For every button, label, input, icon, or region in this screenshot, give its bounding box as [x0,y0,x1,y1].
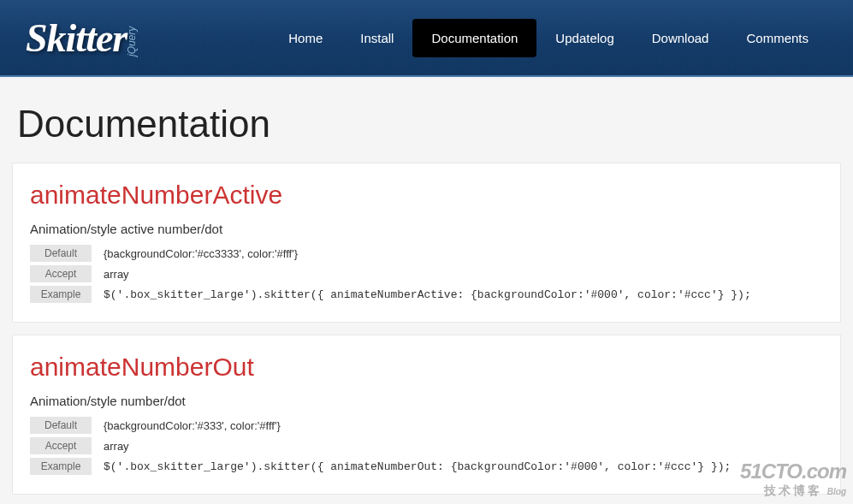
doc-row-accept: Accept array [30,265,823,282]
value-default: {backgroundColor:'#333', color:'#fff'} [104,419,281,432]
doc-row-default: Default {backgroundColor:'#333', color:'… [30,417,823,434]
doc-section: animateNumberOut Animation/style number/… [12,335,841,495]
header: Skitter jQuery Home Install Documentatio… [0,0,853,77]
value-default: {backgroundColor:'#cc3333', color:'#fff'… [104,247,298,260]
nav-comments[interactable]: Comments [727,19,827,57]
page-title: Documentation [0,77,853,163]
label-default: Default [30,417,92,434]
nav-install[interactable]: Install [341,19,412,57]
logo-subtitle: jQuery [126,27,138,56]
main-nav: Home Install Documentation Updatelog Dow… [270,19,827,57]
doc-option-title: animateNumberActive [30,181,823,210]
value-example: $('.box_skitter_large').skitter({ animat… [104,288,751,301]
doc-description: Animation/style number/dot [30,394,823,408]
logo[interactable]: Skitter [26,15,127,61]
doc-option-title: animateNumberOut [30,353,823,382]
doc-row-example: Example $('.box_skitter_large').skitter(… [30,458,823,475]
label-example: Example [30,286,92,303]
value-accept: array [104,268,129,281]
label-accept: Accept [30,437,92,454]
label-example: Example [30,458,92,475]
label-default: Default [30,245,92,262]
value-example: $('.box_skitter_large').skitter({ animat… [104,460,731,473]
nav-home[interactable]: Home [270,19,341,57]
doc-row-example: Example $('.box_skitter_large').skitter(… [30,286,823,303]
label-accept: Accept [30,265,92,282]
nav-updatelog[interactable]: Updatelog [536,19,632,57]
nav-documentation[interactable]: Documentation [412,19,536,57]
doc-row-accept: Accept array [30,437,823,454]
value-accept: array [104,440,129,453]
doc-description: Animation/style active number/dot [30,222,823,236]
doc-row-default: Default {backgroundColor:'#cc3333', colo… [30,245,823,262]
doc-section: animateNumberActive Animation/style acti… [12,163,841,323]
nav-download[interactable]: Download [633,19,728,57]
